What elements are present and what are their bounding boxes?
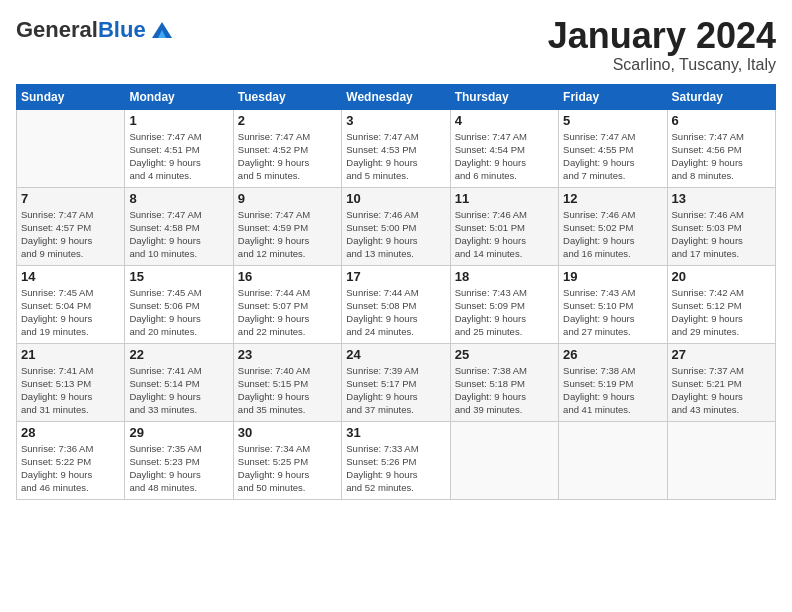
day-number: 25 xyxy=(455,347,554,362)
day-number: 3 xyxy=(346,113,445,128)
calendar-cell: 7Sunrise: 7:47 AMSunset: 4:57 PMDaylight… xyxy=(17,187,125,265)
day-info: Sunrise: 7:43 AMSunset: 5:10 PMDaylight:… xyxy=(563,286,662,339)
calendar-cell: 25Sunrise: 7:38 AMSunset: 5:18 PMDayligh… xyxy=(450,343,558,421)
day-number: 2 xyxy=(238,113,337,128)
day-info: Sunrise: 7:33 AMSunset: 5:26 PMDaylight:… xyxy=(346,442,445,495)
day-number: 24 xyxy=(346,347,445,362)
calendar-title: January 2024 xyxy=(548,16,776,56)
title-block: January 2024 Scarlino, Tuscany, Italy xyxy=(548,16,776,74)
calendar-table: SundayMondayTuesdayWednesdayThursdayFrid… xyxy=(16,84,776,500)
calendar-header-row: SundayMondayTuesdayWednesdayThursdayFrid… xyxy=(17,84,776,109)
day-info: Sunrise: 7:40 AMSunset: 5:15 PMDaylight:… xyxy=(238,364,337,417)
weekday-header: Wednesday xyxy=(342,84,450,109)
day-info: Sunrise: 7:47 AMSunset: 4:51 PMDaylight:… xyxy=(129,130,228,183)
day-info: Sunrise: 7:46 AMSunset: 5:00 PMDaylight:… xyxy=(346,208,445,261)
calendar-cell: 19Sunrise: 7:43 AMSunset: 5:10 PMDayligh… xyxy=(559,265,667,343)
day-number: 11 xyxy=(455,191,554,206)
day-number: 12 xyxy=(563,191,662,206)
calendar-subtitle: Scarlino, Tuscany, Italy xyxy=(548,56,776,74)
day-number: 23 xyxy=(238,347,337,362)
day-info: Sunrise: 7:44 AMSunset: 5:07 PMDaylight:… xyxy=(238,286,337,339)
calendar-cell: 12Sunrise: 7:46 AMSunset: 5:02 PMDayligh… xyxy=(559,187,667,265)
day-number: 4 xyxy=(455,113,554,128)
calendar-cell: 29Sunrise: 7:35 AMSunset: 5:23 PMDayligh… xyxy=(125,421,233,499)
calendar-week-row: 14Sunrise: 7:45 AMSunset: 5:04 PMDayligh… xyxy=(17,265,776,343)
day-info: Sunrise: 7:47 AMSunset: 4:57 PMDaylight:… xyxy=(21,208,120,261)
day-info: Sunrise: 7:38 AMSunset: 5:19 PMDaylight:… xyxy=(563,364,662,417)
day-info: Sunrise: 7:47 AMSunset: 4:54 PMDaylight:… xyxy=(455,130,554,183)
day-info: Sunrise: 7:39 AMSunset: 5:17 PMDaylight:… xyxy=(346,364,445,417)
day-info: Sunrise: 7:45 AMSunset: 5:04 PMDaylight:… xyxy=(21,286,120,339)
calendar-cell: 8Sunrise: 7:47 AMSunset: 4:58 PMDaylight… xyxy=(125,187,233,265)
weekday-header: Monday xyxy=(125,84,233,109)
calendar-cell: 30Sunrise: 7:34 AMSunset: 5:25 PMDayligh… xyxy=(233,421,341,499)
day-number: 6 xyxy=(672,113,771,128)
calendar-cell: 11Sunrise: 7:46 AMSunset: 5:01 PMDayligh… xyxy=(450,187,558,265)
calendar-cell: 27Sunrise: 7:37 AMSunset: 5:21 PMDayligh… xyxy=(667,343,775,421)
calendar-cell: 1Sunrise: 7:47 AMSunset: 4:51 PMDaylight… xyxy=(125,109,233,187)
day-number: 30 xyxy=(238,425,337,440)
calendar-cell xyxy=(450,421,558,499)
day-info: Sunrise: 7:46 AMSunset: 5:01 PMDaylight:… xyxy=(455,208,554,261)
header: GeneralBlue January 2024 Scarlino, Tusca… xyxy=(16,16,776,74)
weekday-header: Friday xyxy=(559,84,667,109)
day-number: 20 xyxy=(672,269,771,284)
calendar-cell xyxy=(559,421,667,499)
calendar-week-row: 28Sunrise: 7:36 AMSunset: 5:22 PMDayligh… xyxy=(17,421,776,499)
day-info: Sunrise: 7:41 AMSunset: 5:13 PMDaylight:… xyxy=(21,364,120,417)
calendar-cell: 16Sunrise: 7:44 AMSunset: 5:07 PMDayligh… xyxy=(233,265,341,343)
day-info: Sunrise: 7:46 AMSunset: 5:03 PMDaylight:… xyxy=(672,208,771,261)
calendar-week-row: 7Sunrise: 7:47 AMSunset: 4:57 PMDaylight… xyxy=(17,187,776,265)
calendar-cell: 15Sunrise: 7:45 AMSunset: 5:06 PMDayligh… xyxy=(125,265,233,343)
day-number: 1 xyxy=(129,113,228,128)
day-number: 9 xyxy=(238,191,337,206)
calendar-cell: 10Sunrise: 7:46 AMSunset: 5:00 PMDayligh… xyxy=(342,187,450,265)
logo-blue-text: Blue xyxy=(98,17,146,42)
day-number: 29 xyxy=(129,425,228,440)
calendar-cell: 24Sunrise: 7:39 AMSunset: 5:17 PMDayligh… xyxy=(342,343,450,421)
day-number: 22 xyxy=(129,347,228,362)
day-info: Sunrise: 7:47 AMSunset: 4:59 PMDaylight:… xyxy=(238,208,337,261)
calendar-cell: 18Sunrise: 7:43 AMSunset: 5:09 PMDayligh… xyxy=(450,265,558,343)
day-info: Sunrise: 7:42 AMSunset: 5:12 PMDaylight:… xyxy=(672,286,771,339)
weekday-header: Thursday xyxy=(450,84,558,109)
logo-general-text: General xyxy=(16,17,98,42)
day-info: Sunrise: 7:41 AMSunset: 5:14 PMDaylight:… xyxy=(129,364,228,417)
calendar-cell: 13Sunrise: 7:46 AMSunset: 5:03 PMDayligh… xyxy=(667,187,775,265)
day-number: 31 xyxy=(346,425,445,440)
page: GeneralBlue January 2024 Scarlino, Tusca… xyxy=(0,0,792,612)
day-info: Sunrise: 7:46 AMSunset: 5:02 PMDaylight:… xyxy=(563,208,662,261)
calendar-cell: 21Sunrise: 7:41 AMSunset: 5:13 PMDayligh… xyxy=(17,343,125,421)
day-info: Sunrise: 7:47 AMSunset: 4:58 PMDaylight:… xyxy=(129,208,228,261)
calendar-week-row: 1Sunrise: 7:47 AMSunset: 4:51 PMDaylight… xyxy=(17,109,776,187)
day-info: Sunrise: 7:37 AMSunset: 5:21 PMDaylight:… xyxy=(672,364,771,417)
day-number: 13 xyxy=(672,191,771,206)
day-number: 18 xyxy=(455,269,554,284)
calendar-cell: 17Sunrise: 7:44 AMSunset: 5:08 PMDayligh… xyxy=(342,265,450,343)
day-number: 14 xyxy=(21,269,120,284)
day-info: Sunrise: 7:36 AMSunset: 5:22 PMDaylight:… xyxy=(21,442,120,495)
day-number: 19 xyxy=(563,269,662,284)
calendar-cell xyxy=(667,421,775,499)
day-info: Sunrise: 7:47 AMSunset: 4:55 PMDaylight:… xyxy=(563,130,662,183)
day-number: 15 xyxy=(129,269,228,284)
day-number: 5 xyxy=(563,113,662,128)
weekday-header: Saturday xyxy=(667,84,775,109)
calendar-cell: 2Sunrise: 7:47 AMSunset: 4:52 PMDaylight… xyxy=(233,109,341,187)
day-info: Sunrise: 7:47 AMSunset: 4:56 PMDaylight:… xyxy=(672,130,771,183)
day-info: Sunrise: 7:43 AMSunset: 5:09 PMDaylight:… xyxy=(455,286,554,339)
day-number: 10 xyxy=(346,191,445,206)
calendar-cell: 20Sunrise: 7:42 AMSunset: 5:12 PMDayligh… xyxy=(667,265,775,343)
day-info: Sunrise: 7:35 AMSunset: 5:23 PMDaylight:… xyxy=(129,442,228,495)
calendar-cell: 5Sunrise: 7:47 AMSunset: 4:55 PMDaylight… xyxy=(559,109,667,187)
weekday-header: Sunday xyxy=(17,84,125,109)
calendar-cell: 3Sunrise: 7:47 AMSunset: 4:53 PMDaylight… xyxy=(342,109,450,187)
weekday-header: Tuesday xyxy=(233,84,341,109)
day-info: Sunrise: 7:44 AMSunset: 5:08 PMDaylight:… xyxy=(346,286,445,339)
calendar-cell: 4Sunrise: 7:47 AMSunset: 4:54 PMDaylight… xyxy=(450,109,558,187)
calendar-cell: 14Sunrise: 7:45 AMSunset: 5:04 PMDayligh… xyxy=(17,265,125,343)
calendar-cell: 23Sunrise: 7:40 AMSunset: 5:15 PMDayligh… xyxy=(233,343,341,421)
calendar-week-row: 21Sunrise: 7:41 AMSunset: 5:13 PMDayligh… xyxy=(17,343,776,421)
day-info: Sunrise: 7:47 AMSunset: 4:52 PMDaylight:… xyxy=(238,130,337,183)
day-info: Sunrise: 7:38 AMSunset: 5:18 PMDaylight:… xyxy=(455,364,554,417)
